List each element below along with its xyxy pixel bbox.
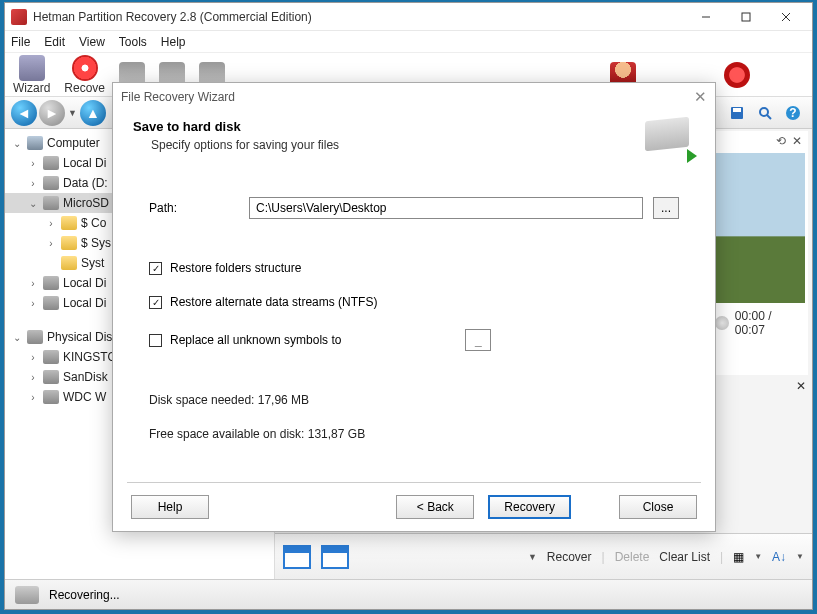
save-icon[interactable]	[726, 102, 748, 124]
menu-edit[interactable]: Edit	[44, 35, 65, 49]
checkbox-replace-symbols[interactable]: Replace all unknown symbols to	[149, 329, 679, 351]
computer-icon	[27, 136, 43, 150]
help-icon[interactable]: ?	[782, 102, 804, 124]
modal-subheading: Specify options for saving your files	[151, 138, 645, 152]
nav-up-button[interactable]: ▲	[80, 100, 106, 126]
menu-tools[interactable]: Tools	[119, 35, 147, 49]
svg-rect-1	[742, 13, 750, 21]
browse-button[interactable]: ...	[653, 197, 679, 219]
help-button[interactable]: Help	[131, 495, 209, 519]
window-title: Hetman Partition Recovery 2.8 (Commercia…	[33, 10, 686, 24]
drive-icon	[43, 276, 59, 290]
back-button[interactable]: < Back	[396, 495, 474, 519]
wizard-icon	[19, 55, 45, 81]
panel-close-icon[interactable]: ✕	[792, 134, 802, 148]
svg-line-7	[767, 115, 771, 119]
svg-point-6	[760, 108, 768, 116]
file-bar: ▼ Recover | Delete Clear List | ▦ ▼ A↓ ▼	[275, 533, 812, 579]
checkbox-restore-streams[interactable]: ✓ Restore alternate data streams (NTFS)	[149, 295, 679, 309]
menu-help[interactable]: Help	[161, 35, 186, 49]
nav-back-button[interactable]: ◄	[11, 100, 37, 126]
path-label: Path:	[149, 201, 239, 215]
secondary-close-icon[interactable]: ✕	[796, 379, 806, 393]
minimize-button[interactable]	[686, 5, 726, 29]
file-recovery-wizard-dialog: File Recovery Wizard ✕ Save to hard disk…	[112, 82, 716, 532]
drive-icon	[43, 196, 59, 210]
drive-icon	[43, 296, 59, 310]
folder-icon	[61, 236, 77, 250]
folder-icon	[61, 216, 77, 230]
status-text: Recovering...	[49, 588, 120, 602]
svg-text:?: ?	[789, 106, 796, 120]
disk-space-needed: Disk space needed: 17,96 MB	[149, 393, 679, 407]
drive-icon	[43, 156, 59, 170]
checkbox-restore-folders[interactable]: ✓ Restore folders structure	[149, 261, 679, 275]
restore-icon[interactable]: ⟲	[776, 134, 786, 148]
lifebuoy-icon	[72, 55, 98, 81]
maximize-button[interactable]	[726, 5, 766, 29]
preview-time: 00:00 / 00:07	[735, 309, 804, 337]
drive-icon	[43, 390, 59, 404]
red-button-icon	[724, 62, 750, 88]
search-icon[interactable]	[754, 102, 776, 124]
drive-icon	[27, 330, 43, 344]
menubar: File Edit View Tools Help	[5, 31, 812, 53]
nav-dropdown-icon[interactable]: ▼	[68, 108, 77, 118]
nav-forward-button[interactable]: ►	[39, 100, 65, 126]
file-thumb[interactable]	[283, 545, 311, 569]
checkbox-icon: ✓	[149, 262, 162, 275]
modal-header: Save to hard disk Specify options for sa…	[113, 111, 715, 171]
drive-icon	[43, 176, 59, 190]
menu-file[interactable]: File	[11, 35, 30, 49]
statusbar: Recovering...	[5, 579, 812, 609]
folder-icon	[61, 256, 77, 270]
recovery-button[interactable]: Recovery	[488, 495, 571, 519]
close-button[interactable]	[766, 5, 806, 29]
preview-panel: ⟲ ✕ 00:00 / 00:07	[710, 131, 808, 375]
modal-heading: Save to hard disk	[133, 119, 645, 134]
view-icon[interactable]: ▦	[733, 550, 744, 564]
checkbox-icon	[149, 334, 162, 347]
app-icon	[11, 9, 27, 25]
toolbar-recover[interactable]: Recove	[64, 55, 105, 95]
disk-space-free: Free space available on disk: 131,87 GB	[149, 427, 679, 441]
chevron-down-icon[interactable]: ▼	[528, 552, 537, 562]
preview-image	[715, 153, 805, 303]
modal-body: Path: ... ✓ Restore folders structure ✓ …	[113, 171, 715, 478]
file-thumb[interactable]	[321, 545, 349, 569]
drive-icon	[43, 350, 59, 364]
sort-icon[interactable]: A↓	[772, 550, 786, 564]
hard-disk-icon	[645, 119, 695, 159]
modal-footer: Help < Back Recovery Close	[113, 483, 715, 531]
checkbox-icon: ✓	[149, 296, 162, 309]
toolbar-wizard[interactable]: Wizard	[13, 55, 50, 95]
close-button[interactable]: Close	[619, 495, 697, 519]
clear-list-label[interactable]: Clear List	[659, 550, 710, 564]
modal-close-icon[interactable]: ✕	[694, 88, 707, 106]
recover-label[interactable]: Recover	[547, 550, 592, 564]
status-drive-icon	[15, 586, 39, 604]
menu-view[interactable]: View	[79, 35, 105, 49]
modal-title: File Recovery Wizard	[121, 90, 694, 104]
modal-titlebar: File Recovery Wizard ✕	[113, 83, 715, 111]
play-button[interactable]	[715, 316, 729, 330]
svg-rect-5	[733, 108, 741, 112]
toolbar-stop[interactable]	[724, 62, 750, 88]
drive-icon	[43, 370, 59, 384]
titlebar: Hetman Partition Recovery 2.8 (Commercia…	[5, 3, 812, 31]
path-input[interactable]	[249, 197, 643, 219]
symbol-input[interactable]	[465, 329, 491, 351]
delete-label: Delete	[615, 550, 650, 564]
